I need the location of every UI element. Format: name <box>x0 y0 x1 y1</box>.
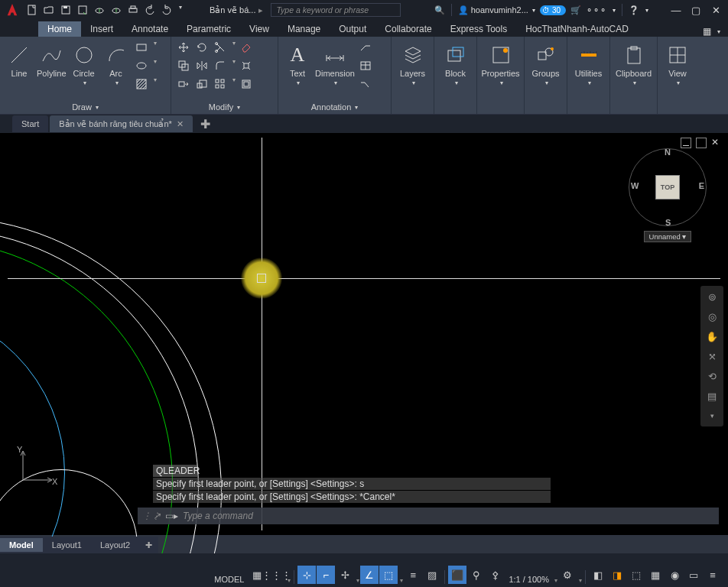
tab-manage[interactable]: Manage <box>278 21 330 37</box>
erase-icon[interactable] <box>239 40 254 55</box>
fullnav-icon[interactable]: ⊚ <box>705 290 719 303</box>
isolate-icon[interactable]: ▦ <box>646 566 665 584</box>
dynamic-ucs-icon[interactable]: ⚴ <box>486 566 505 584</box>
close-button[interactable]: ✕ <box>708 2 723 18</box>
vp-close-icon[interactable]: ✕ <box>711 138 722 148</box>
scale-icon[interactable] <box>194 76 210 92</box>
explode-icon[interactable] <box>239 58 254 73</box>
3dosnap-icon[interactable]: ⚲ <box>467 566 486 584</box>
text-button[interactable]: AText▾ <box>283 40 312 86</box>
polyline-button[interactable]: Polyline <box>37 40 67 78</box>
viewcube[interactable]: TOP N S E W Unnamed ▾ <box>626 148 710 248</box>
circle-button[interactable]: Circle▾ <box>70 40 99 86</box>
layout-tab-model[interactable]: Model <box>0 538 43 552</box>
isodraft-icon[interactable]: ∠ <box>360 566 379 584</box>
annotation-monitor-icon[interactable]: ◧ <box>589 566 607 584</box>
quick-properties-icon[interactable]: ⬚ <box>627 566 645 584</box>
layers-button[interactable]: Layers▾ <box>398 40 427 86</box>
customize-icon[interactable]: ≡ <box>704 566 722 584</box>
dimension-button[interactable]: Dimension▾ <box>315 40 355 86</box>
redo-icon[interactable] <box>161 4 173 16</box>
viewcube-n[interactable]: N <box>665 148 671 157</box>
plot-icon[interactable] <box>127 4 139 16</box>
maximize-button[interactable]: ▢ <box>688 2 704 18</box>
ellipse-icon[interactable] <box>134 58 149 73</box>
undo-icon[interactable] <box>144 4 156 16</box>
add-layout-button[interactable]: ✚ <box>139 538 158 553</box>
lineweight-icon[interactable]: ≡ <box>404 566 422 584</box>
snap-icon[interactable]: ⋮⋮⋮ <box>267 566 285 584</box>
viewcube-s[interactable]: S <box>665 218 671 227</box>
tab-start[interactable]: Start <box>12 115 48 132</box>
tab-annotate[interactable]: Annotate <box>122 21 177 37</box>
infer-icon[interactable]: ⊹ <box>297 566 316 584</box>
recent-commands-icon[interactable]: ↗ <box>153 511 161 521</box>
saveas-icon[interactable] <box>76 4 89 16</box>
offset-icon[interactable] <box>239 76 254 92</box>
app-switcher-icon[interactable]: ⚬⚬⚬ <box>586 5 606 15</box>
cloud-open-icon[interactable] <box>93 4 106 16</box>
units-icon[interactable]: ◨ <box>608 566 626 584</box>
utilities-button[interactable]: Utilities▾ <box>574 40 603 86</box>
copy-icon[interactable] <box>176 58 191 73</box>
table-icon[interactable] <box>358 58 373 73</box>
save-icon[interactable] <box>60 4 72 16</box>
fillet-icon[interactable] <box>213 58 228 73</box>
tab-view[interactable]: View <box>240 21 278 37</box>
leader-icon[interactable] <box>358 40 373 55</box>
drawing-canvas[interactable]: ✕ TOP N S E W Unnamed ▾ ⊚ ◎ ✋ ⤧ ⟲ ▤ ▾ YX… <box>0 133 728 535</box>
workspace-icon[interactable]: ⚙ <box>558 566 577 584</box>
viewcube-w[interactable]: W <box>631 181 639 190</box>
osnap-icon[interactable]: ⬚ <box>379 566 398 584</box>
search-input[interactable]: Type a keyword or phrase <box>271 3 401 17</box>
trim-icon[interactable] <box>213 40 228 55</box>
ucs-icon[interactable]: YX <box>14 443 60 489</box>
arc-button[interactable]: Arc▾ <box>102 40 131 86</box>
command-line[interactable]: ⋮⋮ ↗ ▭▸ Type a command <box>138 508 719 524</box>
view-button[interactable]: View▾ <box>663 40 692 86</box>
hardware-accel-icon[interactable]: ◉ <box>665 566 684 584</box>
featured-apps-icon[interactable]: ▦ <box>703 26 711 37</box>
tab-insert[interactable]: Insert <box>81 21 122 37</box>
cmdline-handle-icon[interactable]: ⋮⋮ <box>142 511 148 521</box>
tab-home[interactable]: Home <box>38 21 81 37</box>
qat-dropdown-icon[interactable]: ▾ <box>179 4 182 16</box>
trial-badge[interactable]: ⏱30 <box>540 5 566 15</box>
tab-output[interactable]: Output <box>330 21 375 37</box>
search-icon[interactable]: 🔍 <box>434 5 445 15</box>
cloud-save-icon[interactable] <box>110 4 122 16</box>
zoom-extents-icon[interactable]: ⤧ <box>705 349 719 363</box>
hatch-icon[interactable] <box>134 76 149 92</box>
close-tab-icon[interactable]: ✕ <box>177 119 184 129</box>
showmotion-icon[interactable]: ▤ <box>705 389 719 403</box>
tab-collaborate[interactable]: Collaborate <box>375 21 440 37</box>
open-icon[interactable] <box>43 4 55 16</box>
array-icon[interactable] <box>213 76 228 92</box>
ucs-name[interactable]: Unnamed ▾ <box>644 231 692 242</box>
viewcube-e[interactable]: E <box>699 181 704 190</box>
vp-minimize-icon[interactable] <box>681 138 691 148</box>
mleader-icon[interactable] <box>358 76 373 92</box>
minimize-button[interactable]: — <box>668 2 684 18</box>
rotate-icon[interactable] <box>194 40 210 55</box>
rectangle-icon[interactable] <box>134 40 149 55</box>
ortho-icon[interactable]: ⌐ <box>317 566 335 584</box>
clean-screen-icon[interactable]: ▭ <box>684 566 703 584</box>
groups-button[interactable]: Groups▾ <box>531 40 561 86</box>
tab-express-tools[interactable]: Express Tools <box>441 21 516 37</box>
transparency-icon[interactable]: ▨ <box>423 566 441 584</box>
layout-tab-1[interactable]: Layout1 <box>43 538 91 552</box>
tab-drawing[interactable]: Bản vẽ bánh răng tiêu chuẩn*✕ <box>50 115 193 132</box>
vp-maximize-icon[interactable] <box>696 138 707 148</box>
move-icon[interactable] <box>176 40 191 55</box>
line-button[interactable]: Line <box>5 40 34 78</box>
new-icon[interactable] <box>26 4 38 16</box>
tab-hocthatnhanh[interactable]: HocThatNhanh-AutoCAD <box>516 21 638 37</box>
cart-icon[interactable]: 🛒 <box>570 5 581 15</box>
clipboard-button[interactable]: Clipboard▾ <box>616 40 652 86</box>
user-account[interactable]: 👤 hoanvuminh2... ▾ <box>458 5 535 15</box>
model-space-toggle[interactable]: MODEL <box>211 575 247 584</box>
properties-button[interactable]: Properties▾ <box>482 40 519 86</box>
block-button[interactable]: Block▾ <box>441 40 470 86</box>
nav-menu-icon[interactable]: ▾ <box>705 409 719 423</box>
